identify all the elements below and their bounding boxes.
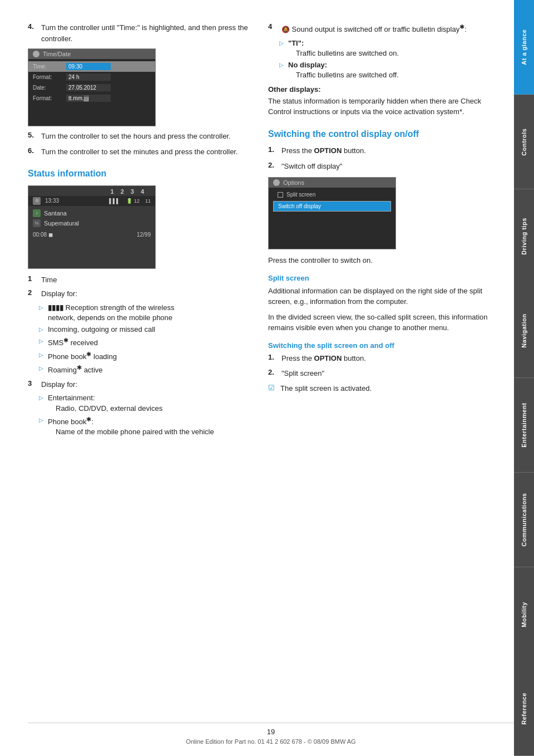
- status-num-3: 3: [131, 188, 134, 195]
- control-step-1-num: 1.: [268, 145, 278, 154]
- num-label-2: 2: [28, 288, 38, 300]
- control-step-1-text: Press the OPTION button.: [281, 145, 366, 156]
- status-battery: 🔋 12: [126, 198, 140, 204]
- status-num-1: 1: [111, 188, 114, 195]
- split-screen-text1: Additional information can be displayed …: [268, 286, 492, 307]
- bullet-text-phonebook: Phone book✱ loading: [48, 350, 117, 362]
- timedate-value-time: 09:30: [66, 63, 111, 70]
- status-tracks: ♪ Santana fa Supernatural: [28, 206, 155, 230]
- right-column: 4 🔕 Sound output is switched off or traf…: [268, 22, 492, 439]
- timedate-header: Time/Date: [28, 49, 155, 59]
- bullet-label-no-display: No display:: [288, 61, 327, 69]
- status-bar: ⚙ 13:33 ▌▌▌ 🔋 12 11: [28, 196, 155, 206]
- step-4-number: 4.: [28, 22, 38, 31]
- timedate-label-date: Date:: [33, 85, 66, 91]
- options-screen-wrapper: Options Split screen Switch off display: [268, 177, 492, 249]
- step-4-text: Turn the controller until "Time:" is hig…: [41, 22, 251, 44]
- bullet-ti: ▷ "TI": Traffic bulletins are switched o…: [279, 38, 492, 58]
- timedate-row-format2: Format: tt.mm.jjjj: [28, 93, 155, 104]
- timedate-label-format2: Format:: [33, 95, 66, 101]
- timedate-header-label: Time/Date: [43, 51, 71, 57]
- switching-split-heading: Switching the split screen on and off: [268, 341, 492, 350]
- split-step-1-text: Press the OPTION button.: [281, 353, 366, 364]
- options-header-label: Options: [283, 179, 304, 186]
- page-footer: 19 Online Edition for Part no. 01 41 2 6…: [28, 723, 514, 745]
- timedate-row-time: Time: 09:30: [28, 61, 155, 72]
- other-displays-text: The status information is temporarily hi…: [268, 96, 492, 117]
- timedate-row-date: Date: 27.05.2012: [28, 82, 155, 93]
- split-step-2-num: 2.: [268, 368, 278, 376]
- status-time-bottom: 00:08 ◼: [33, 232, 53, 238]
- switch-off-display-label: Switch off display: [278, 203, 321, 209]
- status-track-2: fa Supernatural: [33, 218, 151, 228]
- bullet-item-phonebook: ▷ Phone book✱ loading: [39, 350, 251, 362]
- bullet-text-entertainment: Entertainment:: [48, 394, 95, 402]
- two-column-layout: 4. Turn the controller until "Time:" is …: [28, 22, 492, 439]
- sidebar-item-reference[interactable]: Reference: [514, 661, 534, 756]
- step-6-text: Turn the controller to set the minutes a…: [41, 146, 238, 158]
- status-bottom: 00:08 ◼ 12/99: [28, 230, 155, 239]
- options-header: Options: [269, 178, 395, 188]
- timedate-screen-wrapper: Time/Date Time: 09:30 Format: 24 h Date:: [28, 48, 251, 126]
- sidebar-item-at-a-glance[interactable]: At a glance: [514, 0, 534, 95]
- right-num-4: 4: [268, 22, 278, 35]
- sidebar-item-driving-tips[interactable]: Driving tips: [514, 189, 534, 284]
- timedate-label-time: Time:: [33, 63, 66, 70]
- track1-icon: ♪: [33, 209, 41, 217]
- bullet-item-phonebook2: ▷ Phone book✱: Name of the mobile phone …: [39, 415, 251, 438]
- split-step-2-text: "Split screen": [281, 368, 324, 379]
- status-number: 11: [145, 198, 151, 204]
- status-page: 12/99: [137, 232, 151, 238]
- bullet-text-roaming: Roaming✱ active: [48, 364, 103, 376]
- sidebar-item-communications[interactable]: Communications: [514, 473, 534, 567]
- checkmark-icon: ☑: [268, 384, 277, 392]
- split-step-1: 1. Press the OPTION button.: [268, 353, 492, 364]
- left-column: 4. Turn the controller until "Time:" is …: [28, 22, 251, 439]
- bullet-item-roaming: ▷ Roaming✱ active: [39, 364, 251, 376]
- sidebar-item-entertainment[interactable]: Entertainment: [514, 378, 534, 473]
- bullet-text-reception: ▮▮▮▮ Reception strength of the wirelessn…: [48, 303, 174, 323]
- status-num-4: 4: [141, 188, 144, 195]
- bullet-text-sms: SMS✱ received: [48, 336, 98, 348]
- step-6-number: 6.: [28, 146, 38, 155]
- step-5-number: 5.: [28, 131, 38, 139]
- split-step-1-num: 1.: [268, 353, 278, 361]
- main-content: 4. Turn the controller until "Time:" is …: [0, 0, 514, 483]
- status-time: 13:33: [45, 198, 105, 204]
- split-screen-checkbox: [278, 192, 283, 198]
- timedate-value-format2: tt.mm.jjjj: [66, 95, 111, 102]
- options-icon: [273, 179, 280, 186]
- sidebar-item-navigation[interactable]: Navigation: [514, 283, 534, 378]
- other-displays-heading: Other displays:: [268, 85, 321, 94]
- bullet-arrow-7: ▷: [39, 417, 44, 423]
- sidebar-item-mobility[interactable]: Mobility: [514, 567, 534, 662]
- control-step-2-text: "Switch off display": [281, 161, 342, 172]
- bullet-text-incoming: Incoming, outgoing or missed call: [48, 325, 155, 335]
- bullet-arrow-3: ▷: [39, 338, 44, 344]
- checkmark-item: ☑ The split screen is activated.: [268, 384, 492, 394]
- split-screen-text2: In the divided screen view, the so-calle…: [268, 312, 492, 333]
- right-content-4: 🔕 Sound output is switched off or traffi…: [281, 22, 467, 35]
- timedate-row-format1: Format: 24 h: [28, 72, 155, 82]
- bullet-item-sms: ▷ SMS✱ received: [39, 336, 251, 348]
- sidebar-item-controls[interactable]: Controls: [514, 95, 534, 189]
- sidebar: At a glance Controls Driving tips Naviga…: [514, 0, 534, 756]
- other-displays-block: Other displays: The status information i…: [268, 85, 492, 117]
- option-split-screen: Split screen: [273, 190, 391, 199]
- bullet-text-phonebook2: Phone book✱:: [48, 418, 93, 426]
- status-icon: ⚙: [33, 197, 41, 205]
- options-rows: Split screen Switch off display: [269, 188, 395, 214]
- num-content-3: Display for:: [41, 379, 77, 390]
- control-display-heading: Switching the control display on/off: [268, 129, 492, 140]
- bullet-arrow-6: ▷: [39, 395, 44, 401]
- timedate-value-format1: 24 h: [66, 73, 111, 81]
- num-content-1: Time: [41, 274, 57, 286]
- step-5-text: Turn the controller to set the hours and…: [41, 131, 231, 142]
- bullet-item-reception: ▷ ▮▮▮▮ Reception strength of the wireles…: [39, 303, 251, 323]
- status-num-2: 2: [121, 188, 124, 195]
- track2-name: Supernatural: [44, 220, 79, 227]
- bullet-sub-entertainment: Radio, CD/DVD, external devices: [56, 404, 162, 413]
- option-switch-off-display[interactable]: Switch off display: [273, 201, 391, 212]
- bullet-label-ti: "TI":: [288, 39, 304, 47]
- control-step-2: 2. "Switch off display": [268, 161, 492, 172]
